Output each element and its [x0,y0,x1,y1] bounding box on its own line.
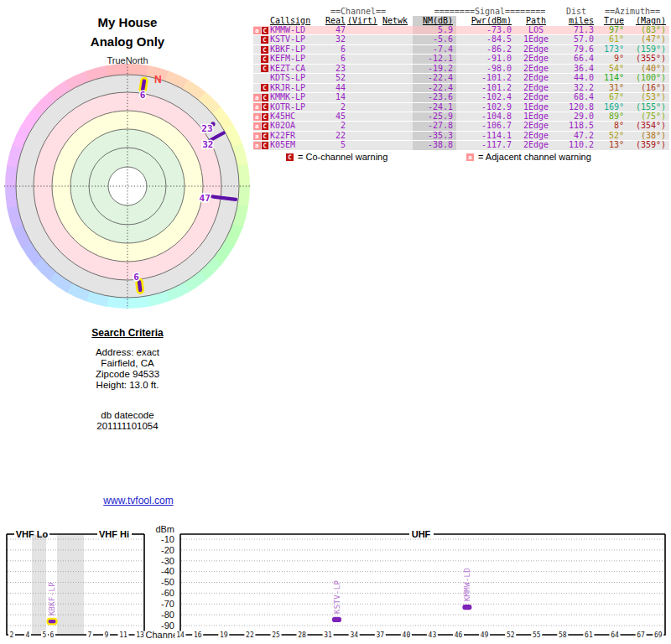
noise-margin: -22.4 [413,84,456,92]
azimuth-magnetic: (100°) [624,74,669,82]
channel-group-header: ==Channel== [312,7,404,16]
flag-col-header [253,16,268,26]
co-channel-flag-icon: C [262,94,269,101]
channel-tick: 49 [481,631,489,639]
station-table: ==Channel== ========Signal======== Dist … [253,7,669,151]
noise-margin: -12.1 [413,55,456,63]
distance-miles: 47.2 [557,132,596,140]
table-column-headers: CallsignReal(Virt)NetwkNM(dB)Pwr(dBm)Pat… [253,16,669,26]
channel-real: 6 [319,55,346,63]
azimuth-magnetic: (16°) [624,84,669,92]
co-channel-flag-icon: C [262,142,269,149]
footer-link-wrap: www.tvfool.com [21,495,256,506]
channel-axis-label: Channel [146,630,180,640]
azimuth-magnetic: (38°) [624,132,669,140]
azimuth-true: 97° [596,26,624,34]
station-bar [48,619,57,624]
power-dbm: -102.9 [456,103,515,112]
channel-tick: 40 [403,631,411,639]
spectrum-chart: -10-20-30-40-50-60-70-80-90VHF LoVHF HiU… [0,520,671,644]
power-dbm: -84.5 [456,35,515,44]
tvfool-link[interactable]: www.tvfool.com [103,495,173,506]
noise-margin: 5.9 [413,26,456,34]
station-bar-label: KSTV-LP [333,580,341,614]
co-channel-flag-icon: C [262,132,269,140]
search-criteria-city: Fairfield, CA [0,358,255,369]
power-dbm: -86.2 [456,45,515,54]
legend-co-channel-text: = Co-channel warning [298,152,388,162]
co-channel-flag-icon: C [262,113,269,121]
channel-tick: 14 [176,631,185,639]
distance-miles: 68.4 [557,93,596,101]
station-bar [332,617,341,622]
path: 2Edge [515,45,557,54]
polar-azimuth-chart: 62332476N [0,0,252,319]
dbm-tick-label: -20 [161,545,174,555]
table-row: aCKMMW-LD475.9-73.0LOS71.397°(83°) [253,26,669,35]
station-bar-label: KBKF-LP [48,582,56,615]
channel-tick: 7 [88,631,92,639]
search-criteria-title: Search Criteria [0,327,255,339]
path: 1Edge [515,103,557,112]
co-channel-flag-icon: C [261,84,268,91]
dist-group-header: Dist [557,7,596,16]
path: 2Edge [515,74,557,82]
azimuth-magnetic: (359°) [624,141,669,149]
channel-real: 22 [319,132,346,140]
station-marker-label: 47 [200,193,211,204]
path: 2Edge [515,93,557,101]
callsign: KEZT-CA [268,65,319,73]
channel-tick: 16 [194,631,202,639]
path: 2Edge [515,55,557,63]
band-label: VHF Hi [99,529,129,539]
adjacent-flag-icon: a [253,27,261,34]
search-criteria-address: Address: exact [0,347,255,358]
channel-tick: 6 [50,631,55,639]
azimuth-true: 67° [596,93,624,101]
adjacent-flag-icon: a [253,142,261,149]
azimuth-magnetic: (355°) [624,55,669,63]
channel-real: 5 [319,141,346,149]
station-marker-label: 32 [202,139,213,150]
channel-tick: 46 [455,631,463,639]
channel-tick: 9 [105,631,109,639]
distance-miles: 44.0 [557,74,596,82]
power-dbm: -117.7 [456,141,515,149]
vhf-gray-band [32,535,46,634]
noise-margin: -35.3 [413,132,456,140]
callsign: K02OA [268,122,319,130]
co-channel-flag-icon: C [261,65,268,72]
table-row: aCK02OA2-27.8-106.72Edge118.58°(354°) [253,122,669,131]
noise-margin: -5.6 [413,35,456,44]
table-row: aCKMMK-LP14-23.6-102.42Edge68.467°(53°) [253,93,669,102]
co-channel-flag-icon: C [262,122,269,130]
channel-real: 23 [319,65,346,73]
table-row: KDTS-LP52-22.4-101.22Edge44.0114°(100°) [253,74,669,83]
azimuth-true: 169° [596,103,624,112]
azimuth-true: 13° [596,141,624,149]
distance-miles: 71.3 [557,26,596,34]
co-channel-flag-icon: C [262,103,269,111]
channel-tick: 2 [10,631,14,639]
azimuth-true: 52° [596,132,624,140]
search-criteria-zip: Zipcode 94533 [0,369,255,380]
azimuth-magnetic: (75°) [624,112,669,121]
co-channel-flag-icon: C [261,46,268,54]
dbm-tick-label: -80 [161,610,174,620]
adjacent-flag-icon: a [253,113,261,121]
power-dbm: -102.4 [456,93,515,101]
channel-tick: 58 [559,631,567,639]
distance-miles: 118.5 [557,122,596,130]
table-rows: aCKMMW-LD475.9-73.0LOS71.397°(83°)CKSTV-… [253,26,669,151]
azimuth-magnetic: (83°) [624,26,669,34]
power-dbm: -73.0 [456,26,515,34]
channel-tick: 37 [376,631,384,639]
callsign: KOTR-LP [268,103,319,112]
azimuth-magnetic: (47°) [624,35,669,44]
power-dbm: -114.1 [456,132,515,140]
noise-margin: -19.2 [413,65,456,73]
co-channel-flag-icon: C [286,153,294,161]
channel-tick: 34 [350,631,358,639]
station-marker-label: 6 [140,90,146,101]
channel-real: 14 [319,93,346,101]
